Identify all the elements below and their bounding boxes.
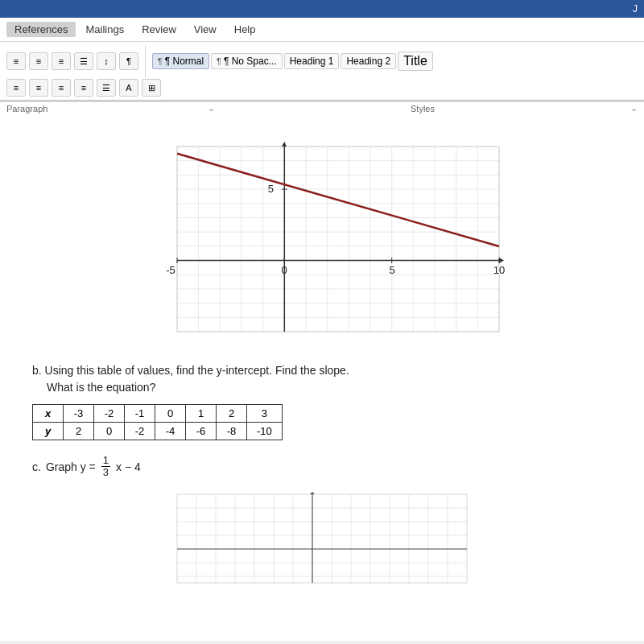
y-val-2: -2 (125, 423, 155, 440)
y-val-6: -10 (247, 423, 283, 440)
ribbon-labels: Paragraph ⌄ Styles ⌄ (0, 101, 644, 114)
table-row-y: y 2 0 -2 -4 -6 -8 -10 (33, 423, 283, 440)
menu-help[interactable]: Help (226, 22, 264, 37)
values-table: x -3 -2 -1 0 1 2 3 y 2 0 -2 -4 -6 -8 -10 (32, 404, 283, 440)
styles-label: Styles (215, 104, 630, 114)
x-label-neg5: -5 (166, 264, 175, 276)
align-left-icon[interactable]: ≡ (6, 79, 26, 97)
question-c-text1: Graph y = (46, 460, 96, 473)
borders-icon[interactable]: ⊞ (142, 79, 161, 97)
heading2-label: Heading 2 (346, 56, 390, 67)
pilcrow-icon[interactable]: ¶ (119, 52, 138, 70)
table-row-x: x -3 -2 -1 0 1 2 3 (33, 405, 283, 423)
mini-grid-container (32, 490, 612, 587)
x-val-1: -2 (94, 405, 125, 423)
style-title[interactable]: Title (398, 52, 433, 71)
y-val-0: 2 (64, 423, 94, 440)
style-heading1[interactable]: Heading 1 (284, 53, 340, 69)
x-axis-arrow (499, 258, 504, 263)
align-justify-icon[interactable]: ≡ (74, 79, 93, 97)
question-c-text2: x − 4 (116, 460, 141, 473)
x-label: x (33, 405, 64, 423)
menu-view[interactable]: View (186, 22, 225, 37)
x-val-0: -3 (64, 405, 94, 423)
indent-icon-1[interactable]: ☰ (74, 52, 93, 70)
list-icon-3[interactable]: ≡ (52, 52, 71, 70)
shading-icon[interactable]: A (119, 79, 138, 97)
menu-bar: References Mailings Review View Help (0, 18, 644, 42)
question-b-text2: What is the equation? (47, 381, 155, 394)
nospace-label: ¶ No Spac... (224, 56, 277, 67)
heading1-label: Heading 1 (290, 56, 334, 67)
mini-grid-svg (169, 490, 475, 587)
fraction-denominator: 3 (101, 467, 110, 478)
styles-panel: ¶ ¶ Normal ¶ ¶ No Spac... Heading 1 Head… (152, 52, 433, 71)
x-label-0: 0 (281, 264, 287, 276)
fraction: 1 3 (101, 455, 110, 479)
list-icon-2[interactable]: ≡ (29, 52, 48, 70)
y-axis-arrow (282, 142, 287, 147)
align-center-icon[interactable]: ≡ (29, 79, 48, 97)
list-icon-1[interactable]: ≡ (6, 52, 26, 70)
question-b: b. Using this table of values, find the … (32, 362, 612, 396)
align-right-icon[interactable]: ≡ (52, 79, 71, 97)
paragraph-expand-icon[interactable]: ⌄ (208, 103, 215, 114)
x-val-6: 3 (247, 405, 283, 423)
question-c: c. Graph y = 1 3 x − 4 (32, 455, 612, 479)
question-c-label: c. (32, 460, 41, 473)
normal-label: ¶ Normal (165, 56, 204, 67)
menu-review[interactable]: Review (134, 22, 184, 37)
document-area: -5 0 5 10 5 b. Using this table of value… (0, 114, 644, 641)
ribbon-sep-1 (145, 45, 146, 77)
x-val-2: -1 (125, 405, 155, 423)
y-val-4: -6 (186, 423, 217, 440)
ribbon: ≡ ≡ ≡ ☰ ↕ ¶ ¶ ¶ Normal ¶ ¶ No Spac... He… (0, 42, 644, 101)
graph-container: -5 0 5 10 5 (129, 138, 515, 348)
title-bar: J (0, 0, 644, 18)
style-normal[interactable]: ¶ ¶ Normal (152, 53, 209, 69)
styles-expand-icon[interactable]: ⌄ (630, 103, 638, 114)
svg-rect-0 (177, 147, 499, 332)
mini-y-arrow (310, 492, 315, 494)
title-label: Title (403, 54, 427, 68)
graph-svg: -5 0 5 10 5 (129, 138, 515, 348)
menu-references[interactable]: References (6, 22, 76, 37)
x-val-3: 0 (155, 405, 186, 423)
nospace-para-marker: ¶ (217, 57, 221, 66)
title-bar-text: J (633, 3, 638, 14)
paragraph-label: Paragraph (6, 104, 216, 114)
y-val-5: -8 (217, 423, 247, 440)
style-heading2[interactable]: Heading 2 (341, 53, 396, 69)
normal-para-marker: ¶ (158, 57, 162, 66)
y-val-3: -4 (155, 423, 186, 440)
x-val-4: 1 (186, 405, 217, 423)
x-label-10: 10 (493, 264, 505, 276)
y-val-1: 0 (94, 423, 125, 440)
style-no-space[interactable]: ¶ ¶ No Spac... (211, 53, 283, 69)
line-spacing-icon[interactable]: ☰ (97, 79, 116, 97)
x-val-5: 2 (217, 405, 247, 423)
x-label-5: 5 (389, 264, 394, 276)
question-b-label: b. (32, 364, 42, 377)
y-label: y (33, 423, 64, 440)
y-label-5: 5 (268, 183, 274, 195)
ribbon-row-1: ≡ ≡ ≡ ☰ ↕ ¶ ¶ ¶ Normal ¶ ¶ No Spac... He… (6, 45, 638, 77)
ribbon-row-2: ≡ ≡ ≡ ≡ ☰ A ⊞ (6, 79, 638, 97)
svg-rect-34 (177, 494, 467, 583)
sort-icon[interactable]: ↕ (97, 52, 116, 70)
fraction-numerator: 1 (101, 455, 110, 467)
menu-mailings[interactable]: Mailings (77, 22, 132, 37)
question-b-text: Using this table of values, find the y-i… (45, 364, 349, 377)
